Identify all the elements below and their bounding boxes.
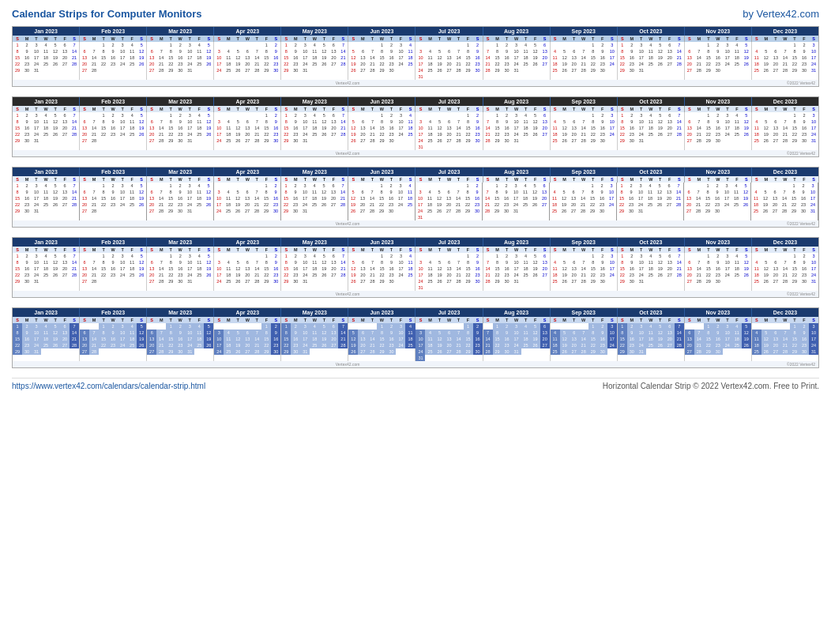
week-row: 2728 (80, 348, 146, 355)
week-row (147, 355, 213, 356)
day-header-cell: S (214, 176, 224, 183)
cal-cell: 27 (80, 348, 89, 355)
cal-cell: 11 (127, 330, 137, 336)
cal-cell (483, 253, 493, 259)
month-header-5: May 2023 (281, 27, 348, 36)
cal-cell: 21 (70, 336, 79, 342)
week-row (751, 214, 818, 216)
cal-cell: 8 (588, 189, 597, 195)
day-header-cell: S (416, 317, 425, 323)
cal-cell (70, 208, 79, 214)
cal-cell (607, 144, 617, 145)
week-row: 252627282930 (550, 208, 616, 214)
cal-cell (51, 284, 60, 286)
cal-cell: 3 (416, 189, 425, 195)
cal-cell: 2 (22, 323, 32, 330)
cal-cell: 14 (156, 266, 166, 272)
day-header-cell: W (713, 247, 723, 253)
cal-cell: 7 (156, 119, 166, 125)
cal-cell: 15 (704, 55, 713, 61)
cal-cell: 18 (194, 125, 204, 131)
cal-cell: 27 (665, 342, 675, 348)
cal-cell: 8 (464, 330, 473, 336)
cal-cell (435, 112, 445, 119)
cal-cell (22, 284, 32, 286)
cal-cell: 24 (32, 272, 41, 278)
week-row: 45678910 (551, 259, 617, 266)
week-row: 2728293031 (147, 137, 213, 144)
cal-cell: 27 (329, 272, 338, 278)
cal-cell: 12 (742, 330, 751, 336)
day-header-cell: M (224, 176, 233, 183)
cal-cell (118, 214, 127, 216)
cal-cell: 14 (156, 195, 166, 201)
cal-cell (89, 42, 99, 48)
cal-cell: 3 (118, 253, 127, 259)
cal-cell: 17 (512, 336, 521, 342)
cal-cell: 29 (13, 278, 22, 284)
cal-cell: 28 (578, 208, 588, 214)
cal-cell: 13 (665, 119, 675, 125)
day-header-cell: W (377, 176, 386, 183)
cal-cell: 14 (694, 266, 704, 272)
cal-cell: 16 (386, 125, 396, 131)
month-header-3: Mar 2023 (147, 308, 214, 317)
cal-cell (319, 144, 329, 145)
day-header-cell: S (809, 247, 818, 253)
cal-cell (89, 355, 99, 356)
day-header-cell: W (41, 176, 51, 183)
days-header-month-1: SMTWTFS (13, 176, 80, 183)
month-header-6: Jun 2023 (348, 238, 416, 247)
cal-cell: 27 (570, 348, 579, 355)
day-header-cell: S (416, 36, 425, 42)
day-header-cell: F (329, 247, 338, 253)
cal-cell: 31 (300, 348, 310, 355)
day-header-cell: T (32, 176, 41, 183)
week-row: 252627282930 (551, 67, 617, 73)
week-row: 14151617181920 (483, 336, 550, 342)
day-header-cell: T (118, 106, 127, 112)
cal-cell: 10 (637, 330, 646, 336)
week-row (618, 355, 684, 356)
cal-cell (367, 253, 377, 259)
day-header-cell: W (579, 176, 588, 183)
cal-cell: 26 (741, 201, 750, 208)
days-header-month-10: SMTWTFS (618, 176, 685, 183)
cal-cell (377, 144, 386, 145)
cal-cell: 11 (194, 330, 204, 336)
week-row: 28293031 (483, 67, 550, 73)
cal-cell: 20 (243, 272, 252, 278)
week-row: 15161718192021 (281, 336, 348, 342)
cal-cell: 13 (358, 336, 367, 342)
cal-cell (597, 214, 607, 216)
cal-cell: 11 (310, 119, 319, 125)
cal-cell: 18 (521, 195, 530, 201)
cal-cell: 10 (300, 119, 310, 125)
day-header-cell: S (214, 106, 224, 112)
cal-cell: 19 (319, 195, 329, 201)
cal-cell: 9 (473, 48, 483, 55)
cal-cell: 4 (405, 112, 415, 119)
cal-cell (291, 144, 300, 145)
cal-cell: 2 (799, 112, 809, 119)
week-row (551, 144, 617, 145)
cal-cell (570, 355, 579, 356)
cal-cell: 4 (41, 42, 51, 48)
cal-cell: 28 (454, 137, 464, 144)
cal-cell (588, 214, 597, 216)
cal-cell: 5 (137, 183, 146, 189)
cal-cell (166, 144, 175, 145)
day-header-cell: S (281, 317, 291, 323)
cal-cell: 23 (386, 342, 396, 348)
cal-cell: 18 (751, 201, 761, 208)
cal-cell: 12 (656, 119, 665, 125)
cal-cell: 18 (310, 125, 319, 131)
month-header-4: Apr 2023 (214, 308, 281, 317)
cal-cell: 11 (425, 336, 434, 342)
week-row: 15161718192021 (281, 125, 348, 131)
cal-cell: 23 (108, 131, 118, 137)
cal-cell: 20 (80, 131, 89, 137)
cal-cell: 3 (607, 42, 617, 48)
week-row: 17181920212223 (214, 201, 280, 208)
week-row: 6789101112 (147, 119, 213, 125)
